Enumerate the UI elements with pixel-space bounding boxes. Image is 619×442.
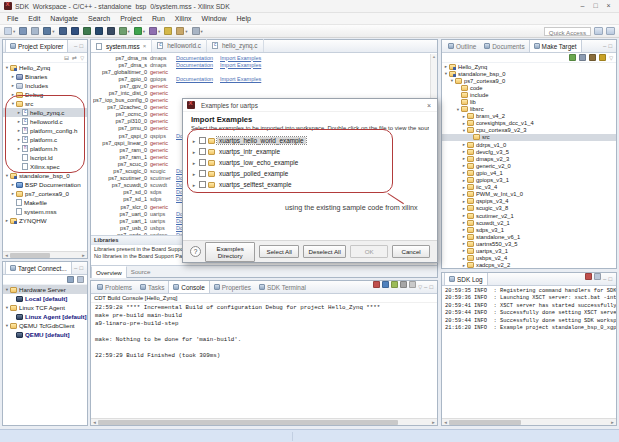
tab-sdk-terminal[interactable]: SDK Terminal: [255, 281, 310, 294]
tree-item[interactable]: ▸BSP Documentation: [3, 180, 87, 189]
tree-item[interactable]: Linux Agent [default]: [3, 312, 87, 321]
tab-documents[interactable]: Documents: [480, 40, 528, 53]
minimize-window-icon[interactable]: –: [576, 1, 589, 11]
menu-xilinx[interactable]: Xilinx: [170, 15, 197, 22]
build-make-target-icon[interactable]: [589, 54, 596, 61]
maximize-window-icon[interactable]: □: [589, 1, 602, 11]
close-window-icon[interactable]: ×: [602, 1, 615, 11]
ok-button[interactable]: OK: [350, 245, 388, 258]
deselect-all-button[interactable]: Deselect All: [303, 245, 346, 258]
import-examples-link[interactable]: Import Examples: [220, 62, 261, 68]
tree-item[interactable]: QEMU [default]: [3, 330, 87, 339]
refresh-targets-icon[interactable]: [77, 276, 84, 283]
tab-project-explorer[interactable]: Project Explorer: [5, 40, 68, 53]
tree-item[interactable]: ▸Includes: [3, 81, 87, 90]
minimize-panel-icon[interactable]: [603, 273, 606, 285]
tree-item[interactable]: ▾ps7_cortexa9_0: [442, 77, 616, 84]
perspective-debug-icon[interactable]: [606, 27, 615, 35]
tab-target-connections[interactable]: Target Connect...: [5, 262, 72, 275]
add-target-icon[interactable]: [67, 276, 74, 283]
dialog-close-icon[interactable]: ×: [425, 102, 433, 109]
minimize-panel-icon[interactable]: [74, 40, 77, 52]
edit-make-target-icon[interactable]: [579, 54, 586, 61]
tree-item[interactable]: ▾QEMU TcfGdbClient: [3, 321, 87, 330]
scroll-lock-icon[interactable]: [391, 281, 398, 288]
tree-item[interactable]: ▸gpio_v4_1: [442, 169, 616, 176]
cancel-button[interactable]: Cancel: [392, 245, 430, 258]
scrollbar-thumb[interactable]: [98, 420, 398, 425]
tree-item[interactable]: ▾Hello_Zynq: [3, 63, 87, 72]
sdk-terminal-icon[interactable]: [71, 27, 79, 35]
minimize-panel-icon[interactable]: [74, 262, 77, 274]
scroll-left-icon[interactable]: ◄: [442, 420, 449, 425]
menu-search[interactable]: Search: [83, 15, 115, 22]
menu-navigate[interactable]: Navigate: [45, 15, 83, 22]
console-view-menu-icon[interactable]: [418, 281, 422, 293]
tree-item[interactable]: ▸scutimer_v2_1: [442, 212, 616, 219]
tree-item[interactable]: src: [442, 134, 616, 141]
help-button[interactable]: ?: [190, 246, 201, 257]
xsdb-console-icon[interactable]: [107, 27, 115, 35]
tree-item[interactable]: Makefile: [3, 198, 87, 207]
tree-item[interactable]: ▸coresightps_dcc_v1_4: [442, 120, 616, 127]
save-icon[interactable]: [19, 27, 27, 35]
tab-properties[interactable]: Properties: [210, 281, 255, 294]
collapse-all-icon[interactable]: [64, 52, 69, 64]
tree-item[interactable]: ▸Binaries: [3, 72, 87, 81]
tree-item[interactable]: include: [442, 91, 616, 98]
menu-run[interactable]: Run: [147, 15, 170, 22]
tree-item[interactable]: Local [default]: [3, 294, 87, 303]
tree-item[interactable]: ▸iic_v3_4: [442, 184, 616, 191]
tab-problems[interactable]: Problems: [93, 281, 136, 294]
tree-item[interactable]: ▸usbps_v2_4: [442, 255, 616, 262]
home-icon[interactable]: [599, 54, 606, 61]
scroll-right-icon[interactable]: ►: [609, 420, 616, 425]
minimize-panel-icon[interactable]: [603, 40, 606, 52]
scroll-right-icon[interactable]: ►: [430, 420, 437, 425]
back-icon[interactable]: ▾: [192, 27, 203, 35]
tree-item[interactable]: ▸xadcps_v2_2: [442, 262, 616, 269]
tree-item[interactable]: ▸uartps_v3_1: [442, 247, 616, 254]
last-edit-icon[interactable]: ▾: [176, 27, 187, 35]
console-hscrollbar[interactable]: ◄ ►: [91, 418, 437, 425]
debug-icon[interactable]: ▾: [119, 27, 130, 35]
scroll-left-icon[interactable]: ◄: [91, 420, 98, 425]
save-all-icon[interactable]: [31, 27, 39, 35]
tab-make-target[interactable]: Make Target: [529, 40, 582, 53]
view-menu-icon[interactable]: [609, 52, 613, 64]
new-make-target-icon[interactable]: [569, 54, 576, 61]
scrollbar-thumb[interactable]: [10, 253, 50, 258]
tree-item[interactable]: ▸uartns550_v3_5: [442, 240, 616, 247]
pin-console-icon[interactable]: [400, 281, 407, 288]
tab-tasks[interactable]: Tasks: [136, 281, 168, 294]
sdk-log-hscrollbar[interactable]: ◄ ►: [442, 418, 616, 425]
program-fpga-icon[interactable]: [83, 27, 91, 35]
tree-item[interactable]: ▸sdps_v3_1: [442, 226, 616, 233]
run-icon[interactable]: ▾: [134, 27, 145, 35]
tree-item[interactable]: ▸devcfg_v3_5: [442, 148, 616, 155]
tree-item[interactable]: ▸Hello_Zynq: [442, 63, 616, 70]
editor-tab-helloworld-c[interactable]: helloworld.c: [152, 39, 207, 52]
tab-overview[interactable]: Overview: [91, 266, 127, 278]
external-tools-icon[interactable]: ▾: [149, 27, 160, 35]
tab-source[interactable]: Source: [127, 266, 155, 278]
quick-access-input[interactable]: Quick Access: [544, 27, 591, 36]
import-examples-link[interactable]: Import Examples: [220, 76, 261, 82]
tree-item[interactable]: ▾Hardware Server: [3, 285, 87, 294]
examples-directory-button[interactable]: Examples Directory: [205, 242, 255, 262]
menu-project[interactable]: Project: [115, 15, 147, 22]
close-tab-icon[interactable]: ×: [143, 43, 147, 49]
display-selected-console-icon[interactable]: [409, 281, 416, 288]
menu-file[interactable]: File: [2, 15, 23, 22]
tree-item[interactable]: lib: [442, 98, 616, 105]
maximize-panel-icon[interactable]: [429, 281, 433, 293]
link-with-editor-icon[interactable]: [72, 52, 77, 64]
sdk-log-output[interactable]: 20:59:35 INFO : Registering command hand…: [442, 286, 616, 411]
maximize-panel-icon[interactable]: [608, 273, 612, 285]
scrollbar-thumb[interactable]: [449, 420, 521, 425]
dump-trace-icon[interactable]: [95, 27, 103, 35]
tree-item[interactable]: ▸generic_v2_0: [442, 162, 616, 169]
new-launch-icon[interactable]: [59, 27, 67, 35]
tab-sdk-log[interactable]: SDK Log: [444, 273, 488, 286]
tree-item[interactable]: ▾cpu_cortexa9_v2_3: [442, 127, 616, 134]
